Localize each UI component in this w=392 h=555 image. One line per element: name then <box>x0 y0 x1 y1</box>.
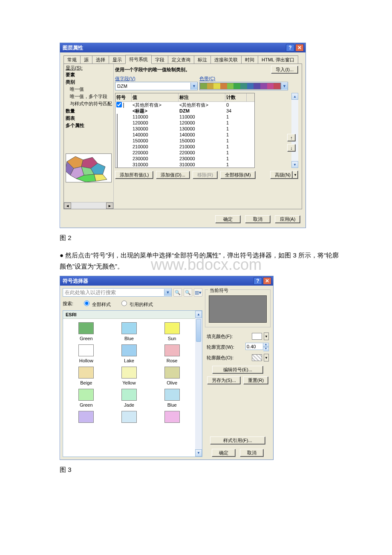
tab-4[interactable]: 符号系统 <box>125 55 152 64</box>
tab-5[interactable]: 字段 <box>151 55 168 64</box>
symbol-item[interactable] <box>65 411 108 425</box>
spin-down-icon[interactable]: ▼ <box>263 347 269 351</box>
symbol-item[interactable]: Jade <box>108 389 151 408</box>
table-row[interactable]: 2100002100001 <box>115 144 254 150</box>
radio-referenced-styles[interactable]: 引用的样式 <box>119 299 153 308</box>
table-row[interactable]: 3100003100001 <box>115 162 254 168</box>
chevron-down-icon[interactable]: ▼ <box>264 354 269 361</box>
table-row[interactable]: 1500001500001 <box>115 138 254 144</box>
table-row[interactable]: 2300002300001 <box>115 156 254 162</box>
import-button[interactable]: 导入(I)... <box>271 66 298 74</box>
color-ramp-select[interactable]: ▼ <box>199 82 288 90</box>
vertical-scrollbar[interactable]: ▲ ▼ <box>195 311 202 457</box>
tab-9[interactable]: 时间 <box>241 55 258 64</box>
scroll-down-icon[interactable]: ▼ <box>291 161 298 168</box>
value-field-label[interactable]: 值字段(V) <box>115 75 197 82</box>
apply-button[interactable]: 应用(A) <box>275 215 300 223</box>
symbol-list[interactable]: ESRI GreenBlueSunHollowLakeRoseBeigeYell… <box>63 310 202 457</box>
add-value-button[interactable]: 添加值(D)... <box>156 171 190 179</box>
table-row[interactable]: <其他所有值><其他所有值>0 <box>115 102 254 108</box>
help-icon[interactable]: ? <box>286 44 294 52</box>
view-options-icon[interactable]: ▥▾ <box>194 288 202 297</box>
symbol-item[interactable]: Blue <box>150 389 193 408</box>
advanced-button[interactable]: 高级(N) ▼ <box>270 171 298 179</box>
outline-width-spinner[interactable]: ▲ ▼ <box>245 343 269 351</box>
tab-3[interactable]: 显示 <box>109 55 126 64</box>
close-icon[interactable]: ✕ <box>295 44 304 52</box>
col-count[interactable]: 计数 <box>225 93 247 101</box>
table-row[interactable]: 1200001200001 <box>115 120 254 126</box>
scrollbar-thumb[interactable] <box>196 319 201 342</box>
titlebar[interactable]: 图层属性 ? ✕ <box>60 43 306 52</box>
horizontal-scrollbar[interactable]: ◄ ► <box>64 202 113 209</box>
cancel-button[interactable]: 取消 <box>245 215 271 223</box>
symbol-item[interactable]: Olive <box>150 367 193 385</box>
tree-item[interactable]: 数量 <box>66 107 113 115</box>
col-symbol[interactable]: 符号 <box>115 93 132 101</box>
table-row[interactable]: 1300001300001 <box>115 126 254 132</box>
tab-7[interactable]: 标注 <box>194 55 211 64</box>
move-down-button[interactable]: ↓ <box>287 144 296 152</box>
tree-item[interactable]: 要素 <box>66 71 113 78</box>
col-label[interactable]: 标注 <box>179 93 225 101</box>
table-row[interactable]: 2200002200001 <box>115 150 254 156</box>
fill-color-well[interactable] <box>252 333 262 340</box>
symbol-item[interactable]: Rose <box>150 344 193 363</box>
tab-0[interactable]: 常规 <box>63 55 81 64</box>
symbol-item[interactable]: Lake <box>108 344 151 363</box>
symbol-item[interactable] <box>150 411 193 425</box>
chevron-down-icon[interactable]: ▼ <box>190 83 197 90</box>
chevron-down-icon[interactable]: ▼ <box>281 83 288 90</box>
titlebar[interactable]: 符号选择器 ? ✕ <box>60 276 273 286</box>
color-ramp-label[interactable]: 色带(C) <box>199 75 288 82</box>
symbol-item[interactable]: Blue <box>108 322 151 341</box>
style-reference-button[interactable]: 样式引用(F)... <box>210 436 265 445</box>
chevron-down-icon[interactable]: ▼ <box>293 171 298 179</box>
remove-all-button[interactable]: 全部移除(M) <box>220 171 256 179</box>
scroll-right-icon[interactable]: ► <box>106 202 113 209</box>
scroll-left-icon[interactable]: ◄ <box>64 202 71 209</box>
show-link[interactable]: 显示(S): <box>66 65 113 71</box>
close-icon[interactable]: ✕ <box>263 277 271 285</box>
symbol-item[interactable]: Sun <box>150 322 193 341</box>
reset-button[interactable]: 重置(R) <box>243 376 268 384</box>
spin-up-icon[interactable]: ▲ <box>263 343 269 347</box>
tree-item[interactable]: 图表 <box>66 115 113 122</box>
table-row[interactable]: <标题>DZM34 <box>115 108 254 114</box>
help-icon[interactable]: ? <box>254 277 262 285</box>
tree-item[interactable]: 类别 <box>66 78 113 86</box>
save-as-button[interactable]: 另存为(S)... <box>207 376 241 384</box>
symbol-item[interactable]: Hollow <box>65 344 108 363</box>
tab-10[interactable]: HTML 弹出窗口 <box>258 55 298 64</box>
tab-1[interactable]: 源 <box>80 55 92 64</box>
zoom-reset-icon[interactable]: 🔍 <box>184 288 192 297</box>
cancel-button[interactable]: 取消 <box>240 449 264 457</box>
table-row[interactable]: 1100001100001 <box>115 114 254 120</box>
chevron-down-icon[interactable]: ▼ <box>164 289 171 296</box>
chevron-down-icon[interactable]: ▼ <box>264 332 269 340</box>
tree-item[interactable]: 唯一值 <box>66 86 113 93</box>
table-row[interactable]: 1400001400001 <box>115 132 254 138</box>
ok-button[interactable]: 确定 <box>215 215 241 223</box>
outline-color-well[interactable] <box>252 354 262 361</box>
tree-item[interactable]: 唯一值，多个字段 <box>66 93 113 100</box>
tree-item[interactable]: 多个属性 <box>66 122 113 129</box>
scroll-up-icon[interactable]: ▲ <box>195 311 202 318</box>
scroll-down-icon[interactable]: ▼ <box>195 449 202 457</box>
col-value[interactable]: 值 <box>132 93 179 101</box>
zoom-in-icon[interactable]: 🔍 <box>173 288 182 297</box>
ok-button[interactable]: 确定 <box>212 449 236 457</box>
scroll-up-icon[interactable]: ▲ <box>291 93 298 100</box>
tree-item[interactable]: 与样式中的符号匹配 <box>66 100 113 107</box>
value-field-select[interactable]: DZM ▼ <box>115 82 198 90</box>
radio-all-styles[interactable]: 全部样式 <box>82 299 111 308</box>
symbol-item[interactable]: Green <box>65 389 108 408</box>
move-up-button[interactable]: ↑ <box>287 134 296 142</box>
symbol-item[interactable]: Green <box>65 322 108 341</box>
edit-symbol-button[interactable]: 编辑符号(E)... <box>212 366 263 374</box>
symbol-item[interactable]: Beige <box>65 367 108 385</box>
add-all-values-button[interactable]: 添加所有值(L) <box>115 171 153 179</box>
tab-8[interactable]: 连接和关联 <box>210 55 242 64</box>
search-input[interactable]: 在此处输入以进行搜索 ▼ <box>63 288 172 297</box>
vertical-scrollbar[interactable]: ▲ ▼ <box>291 93 298 168</box>
